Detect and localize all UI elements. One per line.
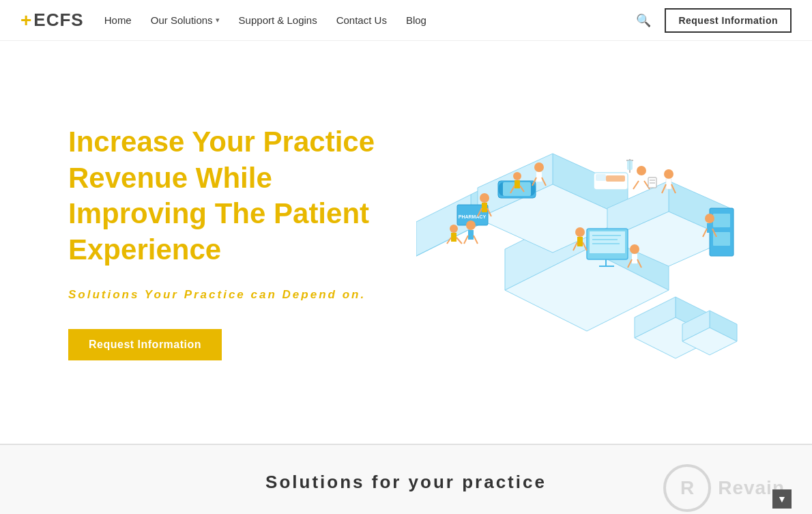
svg-point-42 bbox=[513, 172, 521, 180]
request-information-button[interactable]: Request Information bbox=[665, 8, 792, 33]
hero-section: Increase Your Practice Revenue While Imp… bbox=[0, 41, 812, 444]
svg-point-38 bbox=[534, 162, 544, 172]
svg-rect-77 bbox=[639, 175, 644, 185]
nav-links: Home Our Solutions ▾ Support & Logins Co… bbox=[104, 14, 426, 27]
svg-rect-67 bbox=[451, 233, 456, 242]
svg-rect-59 bbox=[632, 254, 637, 263]
hero-left: Increase Your Practice Revenue While Imp… bbox=[68, 124, 396, 360]
nav-link-support[interactable]: Support & Logins bbox=[239, 14, 317, 26]
logo[interactable]: +ECFS bbox=[20, 10, 84, 31]
nav-item-support[interactable]: Support & Logins bbox=[239, 14, 317, 27]
svg-rect-75 bbox=[627, 160, 633, 170]
navbar: +ECFS Home Our Solutions ▾ Support & Log… bbox=[0, 0, 812, 41]
svg-rect-47 bbox=[666, 179, 671, 189]
svg-line-78 bbox=[633, 181, 639, 189]
svg-rect-26 bbox=[713, 214, 730, 227]
nav-solutions-label: Our Solutions bbox=[151, 14, 213, 26]
svg-rect-43 bbox=[514, 180, 520, 188]
search-icon[interactable]: 🔍 bbox=[636, 13, 651, 28]
solutions-title: Solutions for your practice bbox=[265, 472, 547, 493]
nav-link-home[interactable]: Home bbox=[104, 14, 132, 26]
hero-title: Increase Your Practice Revenue While Imp… bbox=[68, 124, 396, 268]
hero-cta-button[interactable]: Request Information bbox=[68, 329, 222, 360]
svg-point-46 bbox=[664, 169, 673, 179]
nav-item-solutions[interactable]: Our Solutions ▾ bbox=[151, 14, 220, 26]
scroll-down-button[interactable]: ▼ bbox=[772, 489, 792, 509]
svg-point-54 bbox=[575, 227, 585, 237]
navbar-right: 🔍 Request Information bbox=[636, 8, 792, 33]
nav-link-contact[interactable]: Contact Us bbox=[336, 14, 387, 26]
bottom-section: Solutions for your practice R Revain ▼ bbox=[0, 444, 812, 514]
hero-subtitle: Solutions Your Practice can Depend on. bbox=[68, 288, 396, 302]
nav-link-blog[interactable]: Blog bbox=[406, 14, 426, 26]
nav-item-blog[interactable]: Blog bbox=[406, 14, 426, 27]
nav-solutions-dropdown[interactable]: Our Solutions ▾ bbox=[151, 14, 220, 26]
svg-rect-19 bbox=[590, 231, 625, 253]
nav-item-contact[interactable]: Contact Us bbox=[336, 14, 387, 27]
logo-text: ECFS bbox=[33, 10, 83, 31]
svg-point-66 bbox=[450, 225, 458, 233]
svg-rect-71 bbox=[596, 174, 606, 181]
svg-text:PHARMACY: PHARMACY bbox=[459, 214, 487, 219]
svg-point-76 bbox=[637, 166, 646, 175]
chevron-down-icon: ▾ bbox=[216, 16, 220, 25]
svg-point-58 bbox=[630, 244, 639, 254]
svg-line-65 bbox=[474, 235, 478, 244]
svg-rect-51 bbox=[707, 223, 712, 233]
svg-rect-55 bbox=[577, 237, 583, 246]
navbar-left: +ECFS Home Our Solutions ▾ Support & Log… bbox=[20, 10, 426, 31]
svg-rect-35 bbox=[482, 203, 487, 212]
svg-line-68 bbox=[456, 238, 462, 244]
svg-rect-39 bbox=[536, 172, 542, 182]
svg-point-34 bbox=[480, 193, 489, 203]
svg-point-50 bbox=[705, 214, 714, 223]
revain-watermark: R Revain bbox=[663, 464, 785, 512]
svg-point-62 bbox=[466, 220, 476, 230]
svg-line-64 bbox=[464, 235, 468, 244]
nav-item-home[interactable]: Home bbox=[104, 14, 132, 27]
hero-illustration: PHARMACY bbox=[416, 113, 757, 372]
svg-rect-63 bbox=[468, 230, 474, 240]
logo-plus: + bbox=[20, 10, 32, 31]
revain-logo-icon: R bbox=[663, 464, 711, 512]
svg-rect-72 bbox=[606, 175, 625, 182]
